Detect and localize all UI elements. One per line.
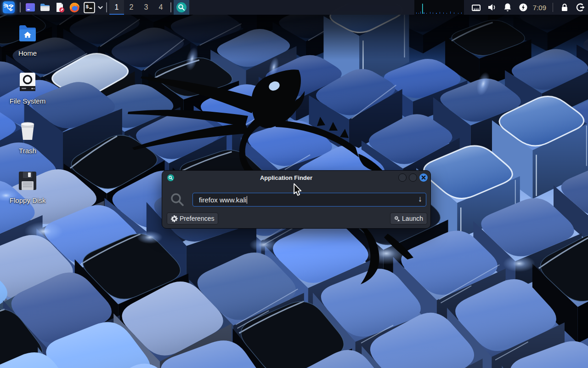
svg-text:$: $ <box>85 4 89 9</box>
